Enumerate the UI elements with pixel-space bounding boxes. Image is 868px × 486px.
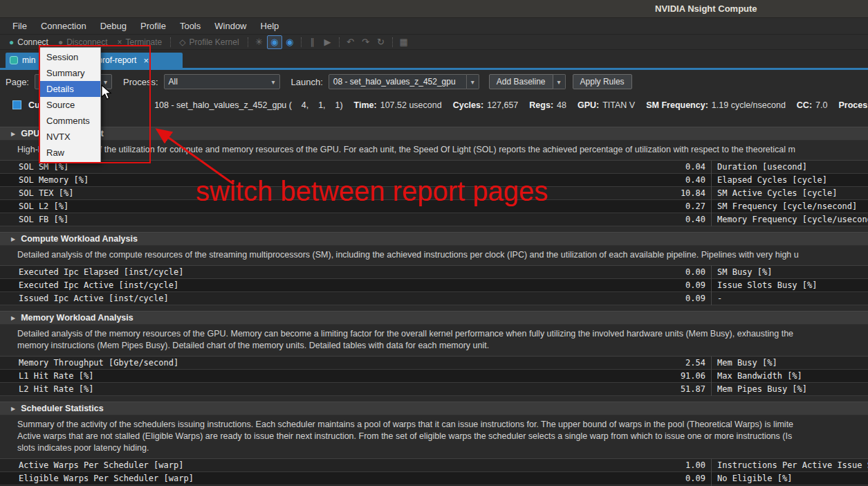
run-next-range-icon: ↻ bbox=[377, 37, 385, 47]
terminate-button[interactable]: × Terminate bbox=[113, 35, 167, 49]
stat-label: SM Frequency: bbox=[646, 100, 708, 110]
section-header-compute-workload[interactable]: ▶ Compute Workload Analysis bbox=[0, 232, 868, 246]
add-baseline-dropdown-button[interactable]: ▾ bbox=[553, 74, 566, 89]
table-row: SOL Memory [%]0.40 Elapsed Cycles [cycle… bbox=[0, 174, 868, 187]
menu-profile[interactable]: Profile bbox=[133, 18, 173, 35]
menu-item-raw[interactable]: Raw bbox=[40, 145, 100, 161]
table-row: Executed Ipc Elapsed [inst/cycle]0.00 SM… bbox=[0, 266, 868, 279]
stat-value: 7.0 bbox=[815, 100, 827, 110]
metric-name: SM Busy [%] bbox=[717, 267, 772, 277]
menu-tools[interactable]: Tools bbox=[173, 18, 207, 35]
menu-item-summary[interactable]: Summary bbox=[40, 65, 100, 81]
stat-cycles: Cycles: 127,657 bbox=[453, 100, 519, 110]
report-tab-icon bbox=[10, 56, 18, 64]
metric-name: SOL L2 [%] bbox=[0, 201, 68, 211]
pause-button[interactable]: ∥ bbox=[305, 35, 320, 49]
table-row: SOL FB [%]0.40 Memory Frequency [cycle/u… bbox=[0, 213, 868, 226]
table-row: Eligible Warps Per Scheduler [warp]0.09 … bbox=[0, 472, 868, 485]
stat-sm-frequency: SM Frequency: 1.19 cycle/nsecond bbox=[646, 100, 786, 110]
metric-name: Duration [usecond] bbox=[717, 162, 807, 172]
table-row: SOL TEX [%]10.84 SM Active Cycles [cycle… bbox=[0, 187, 868, 200]
metric-value: 91.06 bbox=[681, 371, 711, 381]
metric-value: 0.09 bbox=[685, 280, 711, 290]
metric-name: SM Active Cycles [cycle] bbox=[717, 188, 837, 198]
stat-gpu: GPU: TITAN V bbox=[578, 100, 635, 110]
process-combobox[interactable]: All ▾ bbox=[164, 74, 280, 89]
section-description: Detailed analysis of the memory resource… bbox=[0, 329, 868, 351]
metric-name: Executed Ipc Active [inst/cycle] bbox=[0, 280, 178, 290]
kernel-name: 108 - set_halo_values_z_452_gpu ( 4, 1, … bbox=[154, 100, 342, 110]
window-titlebar: NVIDIA Nsight Compute bbox=[0, 0, 868, 18]
metric-name: - bbox=[717, 294, 722, 303]
run-next-kernel-icon: ↶ bbox=[347, 37, 354, 47]
menu-item-details[interactable]: Details bbox=[40, 81, 100, 97]
stat-label: Time: bbox=[354, 100, 377, 110]
metrics-table-sol: SOL SM [%]0.04 Duration [usecond] SOL Me… bbox=[0, 160, 868, 226]
toolbar-separator bbox=[301, 37, 302, 47]
metric-name: Issued Ipc Active [inst/cycle] bbox=[0, 294, 169, 303]
profile-kernel-button[interactable]: ◇ Profile Kernel bbox=[174, 35, 243, 49]
menu-item-comments[interactable]: Comments bbox=[40, 113, 100, 129]
report-controls: Page: Details ▾ Process: All ▾ Launch: 0… bbox=[0, 70, 868, 93]
stat-cc: CC: 7.0 bbox=[797, 100, 828, 110]
auto-profile-button[interactable]: ◉ bbox=[267, 35, 282, 49]
table-row: SOL L2 [%]0.27 SM Frequency [cycle/nseco… bbox=[0, 200, 868, 213]
metric-value: 0.00 bbox=[685, 267, 711, 277]
tab-label-left: min bbox=[22, 55, 35, 65]
menu-window[interactable]: Window bbox=[207, 18, 253, 35]
menu-item-session[interactable]: Session bbox=[40, 49, 100, 65]
terminate-icon: × bbox=[118, 38, 122, 46]
stat-value: TITAN V bbox=[602, 100, 635, 110]
section-title: Compute Workload Analysis bbox=[21, 234, 138, 244]
table-row: L1 Hit Rate [%]91.06 Max Bandwidth [%] bbox=[0, 370, 868, 383]
process-combobox-value: All bbox=[169, 77, 178, 87]
run-next-range-button[interactable]: ↻ bbox=[373, 35, 389, 49]
menu-help[interactable]: Help bbox=[254, 18, 286, 35]
menu-file[interactable]: File bbox=[6, 18, 34, 35]
table-row: L2 Hit Rate [%]51.87 Mem Pipes Busy [%] bbox=[0, 383, 868, 396]
metric-name: L2 Hit Rate [%] bbox=[0, 384, 93, 394]
section-description: High-level overview of the utilization f… bbox=[0, 145, 868, 155]
metric-name: Mem Pipes Busy [%] bbox=[717, 384, 807, 394]
launch-combobox-value: 08 - set_halo_values_z_452_gpu bbox=[333, 77, 456, 87]
window-title: NVIDIA Nsight Compute bbox=[655, 3, 757, 14]
expander-arrow-icon: ▶ bbox=[11, 236, 15, 242]
launch-dropdown-button[interactable]: ▾ bbox=[467, 74, 479, 89]
metric-name: Memory Frequency [cycle/usecond] bbox=[717, 215, 868, 224]
step-button[interactable]: ▶ bbox=[320, 35, 335, 49]
run-next-api-button[interactable]: ↷ bbox=[358, 35, 373, 49]
section-header-memory-workload[interactable]: ▶ Memory Workload Analysis bbox=[0, 311, 868, 325]
profile-series-button[interactable]: ◉ bbox=[282, 35, 297, 49]
metric-value: 2.54 bbox=[685, 358, 711, 368]
menu-connection[interactable]: Connection bbox=[34, 18, 93, 35]
stat-label: GPU: bbox=[578, 100, 599, 110]
terminate-label: Terminate bbox=[126, 37, 163, 47]
burst-button[interactable]: ✳ bbox=[252, 35, 267, 49]
launch-combobox[interactable]: 08 - set_halo_values_z_452_gpu bbox=[329, 74, 467, 89]
current-result-swatch bbox=[12, 100, 21, 109]
table-row: Issued Ipc Active [inst/cycle]0.09 - bbox=[0, 292, 868, 305]
expander-arrow-icon: ▶ bbox=[11, 406, 15, 412]
copy-button[interactable]: ▦ bbox=[396, 35, 412, 49]
metrics-table-compute: Executed Ipc Elapsed [inst/cycle]0.00 SM… bbox=[0, 265, 868, 305]
menu-debug[interactable]: Debug bbox=[93, 18, 133, 35]
chevron-down-icon: ▾ bbox=[268, 78, 275, 86]
disconnect-icon: ● bbox=[58, 38, 63, 46]
menu-item-nvtx[interactable]: NVTX bbox=[40, 129, 100, 145]
table-row: Executed Ipc Active [inst/cycle]0.09 Iss… bbox=[0, 279, 868, 292]
run-next-kernel-button[interactable]: ↶ bbox=[343, 35, 358, 49]
description-line: slots indicates poor latency hiding. bbox=[17, 443, 868, 453]
tab-close-icon[interactable]: × bbox=[143, 55, 149, 66]
section-title: Memory Workload Analysis bbox=[21, 313, 133, 323]
expander-arrow-icon: ▶ bbox=[11, 131, 15, 137]
apply-rules-button[interactable]: Apply Rules bbox=[573, 74, 632, 89]
add-baseline-button[interactable]: Add Baseline bbox=[489, 74, 553, 89]
section-header-gpu-speed-of-light[interactable]: ▶ GPU Speed Of Light bbox=[0, 127, 868, 141]
connect-label: Connect bbox=[17, 37, 48, 47]
section-header-scheduler-statistics[interactable]: ▶ Scheduler Statistics bbox=[0, 402, 868, 415]
launch-label: Launch: bbox=[291, 77, 323, 87]
metric-name: Elapsed Cycles [cycle] bbox=[717, 175, 827, 185]
stat-value: 107.52 usecond bbox=[380, 100, 442, 110]
metric-name: Max Bandwidth [%] bbox=[717, 371, 802, 381]
menu-item-source[interactable]: Source bbox=[40, 97, 100, 113]
